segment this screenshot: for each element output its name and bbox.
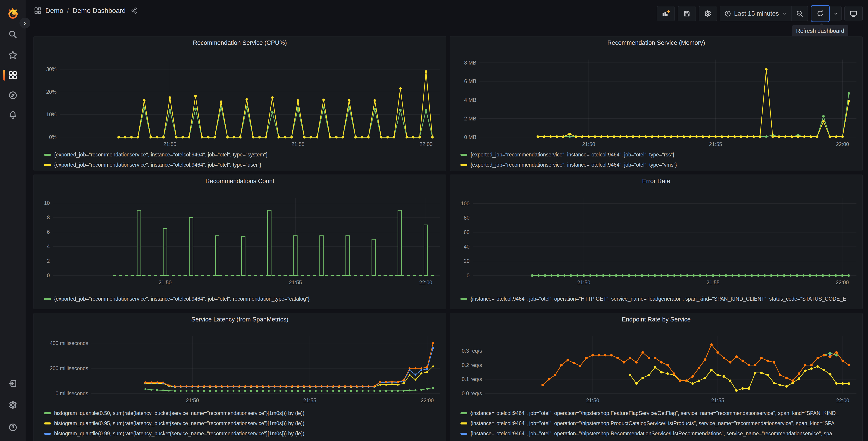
legend-swatch (461, 154, 467, 156)
sidebar-item-configuration[interactable] (0, 395, 26, 415)
svg-text:200 milliseconds: 200 milliseconds (50, 365, 88, 371)
chart-error-rate[interactable]: 02040608010021:5021:5522:00 (450, 186, 863, 288)
svg-text:8: 8 (47, 215, 50, 220)
tv-mode-button[interactable] (844, 6, 863, 21)
apps-grid-icon (34, 7, 42, 14)
clock-icon (724, 10, 731, 17)
svg-text:21:50: 21:50 (186, 398, 199, 404)
panel-title[interactable]: Service Latency (from SpanMetrics) (34, 313, 446, 325)
focus-ring (811, 5, 830, 22)
legend-item[interactable]: {instance="otelcol:9464", job="otel", op… (461, 439, 862, 441)
chart-latency[interactable]: 0 milliseconds200 milliseconds400 millis… (34, 325, 446, 408)
chart-cpu[interactable]: 0%10%20%30%21:5021:5522:00 (34, 48, 446, 150)
sidebar-item-help[interactable] (0, 417, 26, 437)
breadcrumb: Demo / Demo Dashboard (34, 7, 137, 14)
legend-item[interactable]: {exported_job="recommendationservice", i… (44, 294, 446, 304)
sidebar-expand-button[interactable]: › (20, 18, 30, 29)
svg-text:60: 60 (464, 229, 469, 235)
panel-error-rate: Error Rate02040608010021:5021:5522:00{in… (450, 175, 863, 309)
legend-swatch (44, 164, 51, 166)
panel-title[interactable]: Endpoint Rate by Service (450, 313, 862, 325)
time-picker-button[interactable]: Last 15 minutes (720, 6, 792, 21)
svg-text:80: 80 (464, 215, 469, 221)
legend-label: histogram_quantile(0.50, sum(rate(latenc… (54, 410, 304, 416)
legend-label: {instance="otelcol:9464", job="otel", op… (470, 431, 832, 437)
svg-text:21:50: 21:50 (159, 280, 172, 286)
legend-item[interactable]: {exported_job="recommendationservice", i… (44, 150, 446, 160)
topbar: Demo / Demo Dashboard (26, 0, 868, 27)
legend-item[interactable]: {exported_job="recommendationservice", i… (44, 160, 446, 170)
legend-item[interactable]: {exported_job="recommendationservice", i… (461, 150, 862, 160)
legend-label: {instance="otelcol:9464", job="otel", op… (470, 410, 839, 416)
svg-text:0.3 req/s: 0.3 req/s (462, 348, 482, 354)
legend-label: {exported_job="recommendationservice", i… (54, 296, 310, 302)
save-dashboard-button[interactable] (678, 6, 696, 21)
breadcrumb-folder[interactable]: Demo (45, 7, 63, 14)
legend-label: histogram_quantile(0.99, sum(rate(latenc… (54, 431, 304, 437)
legend-swatch (461, 298, 467, 300)
panel-title[interactable]: Recommendation Service (CPU%) (34, 36, 446, 48)
sidebar (0, 0, 26, 441)
grafana-logo-icon (7, 7, 19, 20)
legend: {instance="otelcol:9464", job="otel", op… (450, 288, 862, 304)
legend-item[interactable]: {exported_job="recommendationservice", i… (461, 160, 862, 170)
sidebar-item-sign-in[interactable] (0, 374, 26, 393)
legend-swatch (44, 422, 51, 424)
dashboard-settings-button[interactable] (699, 6, 717, 21)
svg-text:21:55: 21:55 (709, 141, 722, 147)
legend-item[interactable]: {instance="otelcol:9464", job="otel", op… (461, 418, 862, 429)
legend: {instance="otelcol:9464", job="otel", op… (450, 408, 862, 441)
sidebar-item-alerting[interactable] (0, 105, 26, 125)
legend-item[interactable]: {instance="otelcol:9464", job="otel", op… (461, 408, 862, 418)
svg-text:10: 10 (44, 200, 50, 206)
sidebar-item-dashboards[interactable] (0, 65, 26, 85)
share-icon[interactable] (131, 7, 137, 14)
svg-text:2 MB: 2 MB (464, 116, 476, 122)
svg-text:100: 100 (461, 201, 469, 206)
svg-text:4 MB: 4 MB (464, 97, 476, 103)
svg-text:0.0 req/s: 0.0 req/s (462, 390, 482, 396)
bell-icon (8, 110, 18, 120)
refresh-interval-dropdown[interactable] (830, 6, 841, 21)
active-indicator (3, 70, 5, 81)
tv-icon (850, 10, 857, 18)
svg-text:0 MB: 0 MB (464, 134, 476, 140)
chart-memory[interactable]: 0 MB2 MB4 MB6 MB8 MB21:5021:5522:00 (450, 48, 863, 150)
chart-endpoint-rate[interactable]: 0.0 req/s0.1 req/s0.2 req/s0.3 req/s21:5… (450, 325, 863, 408)
legend-item[interactable]: histogram_quantile(0.999, sum(rate(laten… (44, 439, 446, 441)
svg-text:2: 2 (47, 258, 50, 264)
zoom-out-button[interactable] (792, 6, 808, 21)
legend-item[interactable]: histogram_quantile(0.99, sum(rate(latenc… (44, 429, 446, 439)
sidebar-item-starred[interactable] (0, 45, 26, 65)
legend-label: {instance="otelcol:9464", job="otel", op… (470, 296, 846, 302)
dashboards-grid-icon (8, 70, 18, 80)
legend: {exported_job="recommendationservice", i… (34, 150, 446, 170)
svg-text:22:00: 22:00 (420, 141, 433, 147)
svg-text:21:55: 21:55 (303, 398, 316, 404)
legend-swatch (461, 164, 467, 166)
svg-text:0.2 req/s: 0.2 req/s (462, 362, 482, 368)
panel-title[interactable]: Recommendations Count (34, 175, 446, 186)
legend-item[interactable]: {instance="otelcol:9464", job="otel", op… (461, 294, 862, 304)
panel-title[interactable]: Error Rate (450, 175, 862, 186)
refresh-dashboard-button[interactable] (812, 6, 829, 21)
svg-text:22:00: 22:00 (836, 141, 849, 147)
svg-text:0: 0 (47, 272, 50, 278)
add-panel-button[interactable] (657, 6, 675, 21)
svg-text:22:00: 22:00 (421, 398, 434, 404)
sidebar-item-explore[interactable] (0, 85, 26, 105)
svg-text:21:55: 21:55 (707, 280, 719, 286)
legend-item[interactable]: {instance="otelcol:9464", job="otel", op… (461, 429, 862, 439)
svg-text:40: 40 (464, 244, 469, 250)
star-icon (8, 50, 18, 60)
svg-text:20: 20 (464, 258, 469, 264)
legend-item[interactable]: histogram_quantile(0.50, sum(rate(latenc… (44, 408, 446, 418)
panel-title[interactable]: Recommendation Service (Memory) (450, 36, 862, 48)
legend-label: {exported_job="recommendationservice", i… (470, 152, 675, 158)
breadcrumb-title: Demo Dashboard (72, 7, 126, 14)
legend-item[interactable]: histogram_quantile(0.95, sum(rate(latenc… (44, 418, 446, 429)
chart-count[interactable]: 024681021:5021:5522:00 (34, 186, 446, 288)
svg-text:0.1 req/s: 0.1 req/s (462, 376, 482, 382)
svg-text:22:00: 22:00 (419, 280, 432, 286)
svg-text:4: 4 (47, 243, 50, 249)
